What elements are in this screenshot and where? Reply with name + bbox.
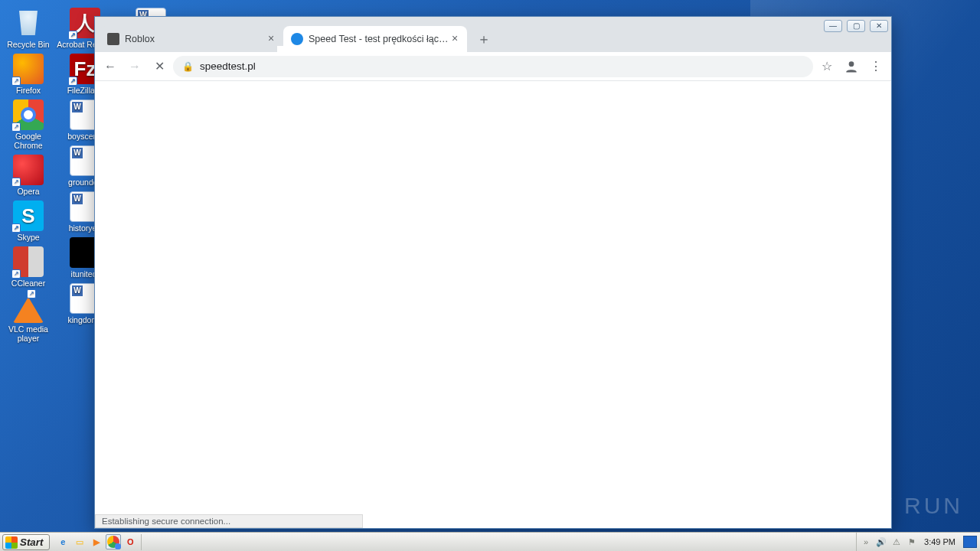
desktop-icon-label: Opera (0, 187, 57, 196)
tray-volume-icon[interactable]: 🔊 (875, 536, 887, 548)
tab-favicon (107, 33, 119, 45)
ql-wmp[interactable]: ▶ (89, 534, 104, 549)
bookmark-star-icon[interactable]: ☆ (816, 56, 838, 77)
nav-stop-button[interactable]: ✕ (149, 56, 170, 77)
tray-chevron-icon[interactable]: » (860, 536, 872, 548)
tab-title: Roblox (125, 34, 265, 44)
new-tab-button[interactable]: ＋ (473, 28, 495, 50)
desktop-icon-skype[interactable]: S↗Skype (0, 196, 57, 242)
nav-back-button[interactable]: ← (100, 56, 121, 77)
desktop-icon-label: Skype (0, 233, 57, 242)
ql-opera[interactable]: O (122, 534, 138, 549)
tab-roblox[interactable]: Roblox × (100, 26, 283, 52)
tab-close-icon[interactable]: × (449, 33, 461, 45)
kebab-menu-icon[interactable]: ⋮ (865, 56, 887, 77)
window-minimize-button[interactable]: — (824, 20, 842, 32)
browser-window: — ▢ ✕ Roblox × Speed Test - test prędkoś… (94, 16, 892, 529)
desktop-icon-label: Firefox (0, 86, 57, 95)
tray-network-icon[interactable]: ⚠ (890, 536, 903, 548)
window-close-button[interactable]: ✕ (870, 20, 888, 32)
ql-ie[interactable]: e (55, 534, 70, 549)
window-maximize-button[interactable]: ▢ (847, 20, 865, 32)
tray-flag-icon[interactable]: ⚑ (906, 536, 918, 548)
desktop-icon-opera[interactable]: ↗Opera (0, 150, 57, 196)
svg-point-0 (849, 61, 854, 67)
desktop-icon-ccleaner[interactable]: ↗CCleaner (0, 242, 57, 288)
desktop-icon-label: Recycle Bin (0, 40, 57, 49)
taskbar: Start e▭▶O » 🔊 ⚠ ⚑ 3:49 PM (0, 532, 980, 551)
taskbar-clock[interactable]: 3:49 PM (921, 537, 959, 546)
start-button[interactable]: Start (2, 534, 50, 550)
tab-close-icon[interactable]: × (265, 33, 277, 45)
desktop-icon-label: VLC media player (0, 324, 57, 343)
url-text: speedtest.pl (200, 60, 804, 72)
desktop-icon-label: Google Chrome (0, 132, 57, 150)
address-bar[interactable]: 🔒 speedtest.pl (173, 56, 813, 77)
lock-icon: 🔒 (182, 61, 194, 72)
desktop-icon-firefox[interactable]: ↗Firefox (0, 49, 57, 95)
profile-icon[interactable] (841, 56, 862, 77)
desktop-icon-vlc-media-player[interactable]: ↗VLC media player (0, 288, 57, 343)
desktop-icon-google-chrome[interactable]: ↗Google Chrome (0, 95, 57, 150)
tab-speedtest[interactable]: Speed Test - test prędkości łącza int × (283, 26, 467, 52)
ql-chrome[interactable] (106, 534, 121, 549)
show-desktop-button[interactable] (963, 536, 977, 548)
tab-favicon (291, 33, 303, 45)
tab-title: Speed Test - test prędkości łącza int (309, 34, 449, 44)
desktop-icon-label: CCleaner (0, 279, 57, 288)
nav-forward-button: → (124, 56, 145, 77)
browser-toolbar: ← → ✕ 🔒 speedtest.pl ☆ ⋮ (95, 52, 891, 81)
desktop-icon-recycle-bin[interactable]: Recycle Bin (0, 3, 57, 49)
quick-launch: e▭▶O (52, 534, 142, 550)
system-tray: » 🔊 ⚠ ⚑ 3:49 PM (856, 533, 980, 551)
page-viewport: Establishing secure connection... (95, 81, 891, 528)
status-bar: Establishing secure connection... (95, 514, 363, 528)
tab-strip: Roblox × Speed Test - test prędkości łąc… (95, 17, 891, 52)
ql-explorer[interactable]: ▭ (72, 534, 87, 549)
